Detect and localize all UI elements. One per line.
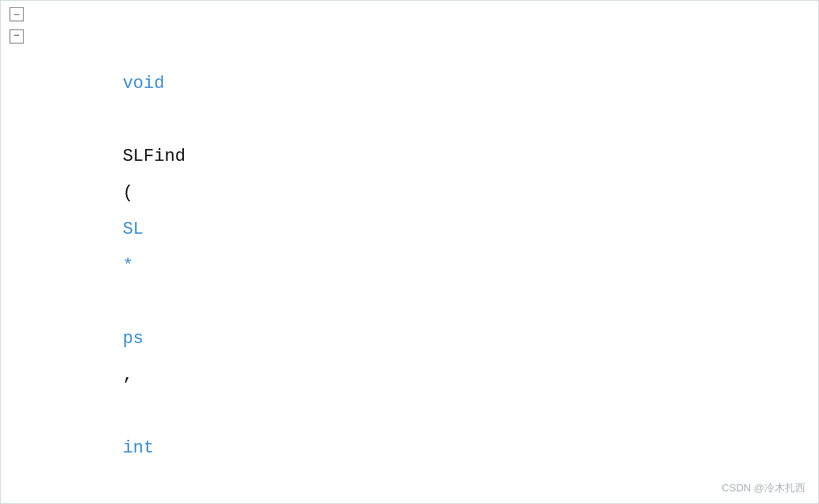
space3 (123, 402, 133, 422)
line-top-fold: — (1, 7, 818, 29)
code-func-def: void SLFind ( SL * ps , int x ) (33, 29, 818, 504)
watermark: CSDN @冷木扎西 (721, 481, 806, 495)
space2 (123, 292, 133, 312)
paren-open: ( (123, 183, 133, 203)
ptr-star: * (123, 256, 133, 276)
param-ps: ps (123, 329, 144, 349)
code-container: — − void SLFind ( SL * ps , int (0, 0, 819, 504)
comma: , (123, 365, 133, 385)
gutter-func: − (1, 29, 33, 44)
line-func-def: − void SLFind ( SL * ps , int x ) (1, 29, 818, 504)
fold-button-func[interactable]: − (10, 29, 24, 44)
func-name: SLFind (123, 147, 186, 166)
type-sl: SL (123, 220, 144, 239)
code-area: — − void SLFind ( SL * ps , int (1, 1, 818, 504)
space (123, 110, 133, 130)
space4 (123, 475, 133, 494)
keyword-void: void (123, 74, 165, 94)
keyword-int: int (123, 438, 155, 458)
